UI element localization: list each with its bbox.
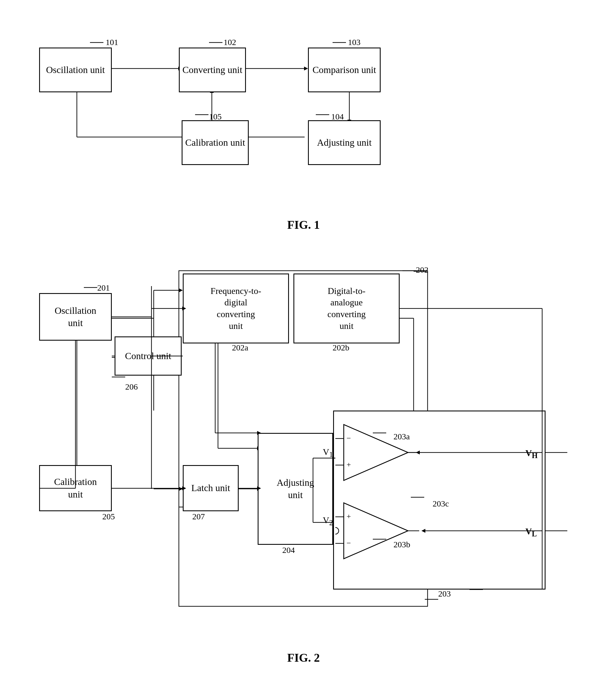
ref-102: 102	[224, 38, 236, 47]
svg-point-67	[335, 527, 339, 534]
fig2-label: FIG. 2	[22, 651, 585, 664]
ref-203: 203	[438, 589, 451, 599]
ref-104: 104	[331, 112, 344, 121]
ref-202a: 202a	[232, 343, 248, 353]
fig1-label: FIG. 1	[22, 218, 585, 232]
fig2-diagram: Oscillationunit 201 Frequency-to-digital…	[22, 254, 585, 640]
oscillation-unit-1: Oscillation unit	[39, 47, 112, 92]
comparator-203a-svg: − +	[335, 422, 419, 483]
oscillation-unit-2: Oscillationunit	[39, 293, 112, 341]
v1-label: V1	[323, 447, 333, 459]
ref-202b: 202b	[333, 343, 349, 353]
svg-marker-21	[179, 288, 183, 292]
dta-unit: Digital-to-analogueconvertingunit	[293, 274, 400, 343]
svg-marker-28	[179, 487, 183, 491]
latch-unit: Latch unit	[183, 465, 239, 511]
control-unit-2: Control unit	[114, 336, 182, 376]
svg-marker-61	[344, 503, 408, 559]
svg-text:−: −	[347, 434, 351, 442]
ref-203b: 203b	[394, 540, 410, 549]
calibration-unit-1: Calibration unit	[182, 120, 249, 165]
v2-label: V2	[323, 515, 333, 527]
comparison-unit-1: Comparison unit	[308, 47, 381, 92]
ref-203a: 203a	[394, 432, 410, 441]
ref-207: 207	[192, 512, 205, 521]
comparator-203b-svg: + −	[335, 500, 425, 562]
ref-206: 206	[125, 382, 138, 392]
svg-text:+: +	[347, 460, 351, 469]
fig1-diagram: Oscillation unit 101 Converting unit 102…	[22, 17, 585, 207]
svg-marker-3	[304, 66, 308, 71]
svg-text:+: +	[347, 512, 351, 521]
adjusting-unit-1: Adjusting unit	[308, 120, 381, 165]
ftd-unit: Frequency-to-digitalconvertingunit	[183, 274, 289, 343]
ref-103: 103	[348, 38, 360, 47]
ref-201: 201	[97, 283, 110, 293]
ref-203c: 203c	[433, 499, 449, 508]
svg-text:−: −	[347, 539, 351, 547]
ref-105: 105	[209, 112, 222, 121]
adjusting-unit-2: Adjustingunit	[258, 433, 333, 545]
page: Oscillation unit 101 Converting unit 102…	[0, 0, 607, 700]
ref-205: 205	[102, 512, 115, 521]
ref-202: 202	[416, 265, 428, 275]
ref-204: 204	[282, 545, 295, 555]
converting-unit-1: Converting unit	[179, 47, 246, 92]
calibration-unit-2: Calibrationunit	[39, 465, 112, 511]
vl-label: VL	[525, 526, 537, 538]
vh-label: VH	[525, 448, 538, 460]
ref-101: 101	[106, 38, 118, 47]
